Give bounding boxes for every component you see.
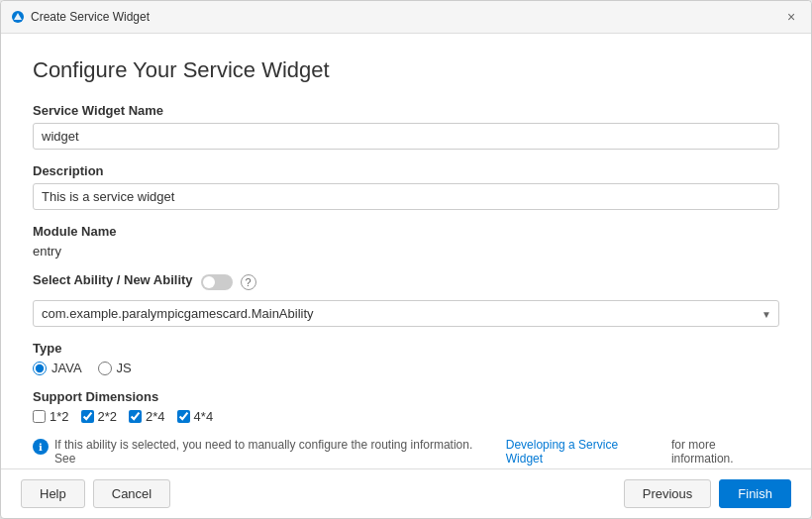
dimension-4x4-label: 4*4: [194, 409, 214, 424]
dimension-1x2-checkbox[interactable]: [33, 410, 46, 423]
ability-dropdown[interactable]: com.example.paralympicgamescard.MainAbil…: [33, 300, 779, 327]
title-bar: Create Service Widget ×: [1, 1, 811, 34]
dimensions-field: Support Dimensions 1*2 2*2 2*4 4*4: [33, 389, 779, 424]
type-field: Type JAVA JS: [33, 341, 779, 375]
widget-name-label: Service Widget Name: [33, 103, 779, 118]
title-bar-left: Create Service Widget: [11, 10, 150, 24]
dimension-4x4-checkbox[interactable]: [177, 410, 190, 423]
dimension-2x4-item[interactable]: 2*4: [129, 409, 165, 424]
ability-row: Select Ability / New Ability ?: [33, 272, 779, 292]
type-java-radio[interactable]: [33, 362, 47, 375]
dimensions-label: Support Dimensions: [33, 389, 779, 404]
ability-label: Select Ability / New Ability: [33, 272, 193, 287]
app-logo-icon: [11, 10, 25, 24]
help-button[interactable]: Help: [21, 479, 85, 508]
title-bar-text: Create Service Widget: [31, 10, 150, 24]
info-prefix: If this ability is selected, you need to…: [54, 438, 490, 466]
cancel-button[interactable]: Cancel: [93, 479, 170, 508]
dimension-2x2-checkbox[interactable]: [81, 410, 94, 423]
dimension-2x4-checkbox[interactable]: [129, 410, 142, 423]
ability-toggle[interactable]: [201, 274, 233, 290]
dimension-4x4-item[interactable]: 4*4: [177, 409, 214, 424]
module-name-field: Module Name entry: [33, 224, 779, 259]
footer-right: Previous Finish: [624, 479, 791, 508]
dimension-2x4-label: 2*4: [146, 409, 165, 424]
dimension-1x2-label: 1*2: [50, 409, 69, 424]
dimension-1x2-item[interactable]: 1*2: [33, 409, 69, 424]
info-suffix: for more information.: [671, 438, 779, 466]
ability-help-icon[interactable]: ?: [241, 274, 256, 290]
page-title: Configure Your Service Widget: [33, 57, 779, 83]
description-label: Description: [33, 163, 779, 178]
previous-button[interactable]: Previous: [624, 479, 712, 508]
type-js-radio[interactable]: [98, 362, 112, 375]
info-icon: ℹ: [33, 439, 49, 455]
description-field: Description: [33, 163, 779, 210]
dialog: Create Service Widget × Configure Your S…: [0, 0, 812, 519]
dialog-content: Configure Your Service Widget Service Wi…: [1, 34, 811, 468]
type-js-label: JS: [117, 361, 132, 375]
module-name-label: Module Name: [33, 224, 779, 239]
type-radio-group: JAVA JS: [33, 361, 779, 375]
widget-name-input[interactable]: [33, 123, 779, 150]
dimensions-checkbox-group: 1*2 2*2 2*4 4*4: [33, 409, 779, 424]
widget-name-field: Service Widget Name: [33, 103, 779, 150]
type-java-label: JAVA: [51, 361, 82, 375]
dimension-2x2-label: 2*2: [98, 409, 118, 424]
ability-field: Select Ability / New Ability ? com.examp…: [33, 272, 779, 327]
info-link[interactable]: Developing a Service Widget: [506, 438, 657, 466]
footer: Help Cancel Previous Finish: [1, 468, 811, 518]
type-label: Type: [33, 341, 779, 356]
close-button[interactable]: ×: [781, 7, 801, 27]
dimension-2x2-item[interactable]: 2*2: [81, 409, 118, 424]
finish-button[interactable]: Finish: [719, 479, 791, 508]
info-row: ℹ If this ability is selected, you need …: [33, 438, 779, 466]
type-js-option[interactable]: JS: [98, 361, 132, 375]
module-name-value: entry: [33, 244, 779, 259]
ability-select-wrapper: com.example.paralympicgamescard.MainAbil…: [33, 300, 779, 327]
footer-left: Help Cancel: [21, 479, 170, 508]
description-input[interactable]: [33, 183, 779, 210]
type-java-option[interactable]: JAVA: [33, 361, 82, 375]
